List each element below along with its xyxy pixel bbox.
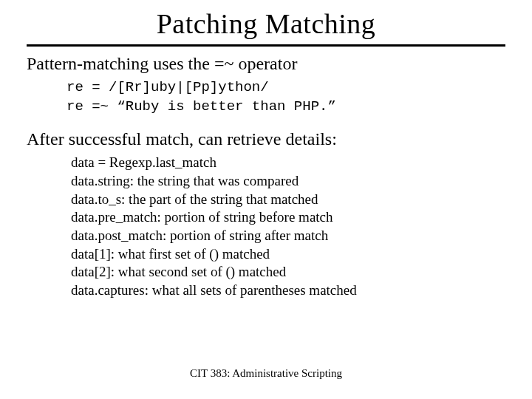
slide-title: Patching Matching (27, 7, 505, 40)
code-block: re = /[Rr]uby|[Pp]ython/ re =~ “Ruby is … (66, 78, 505, 116)
slide: Patching Matching Pattern-matching uses … (0, 0, 532, 399)
detail-item: data.to_s: the part of the string that m… (71, 191, 505, 209)
detail-list: data = Regexp.last_match data.string: th… (71, 154, 505, 300)
detail-item: data.captures: what all sets of parenthe… (71, 282, 505, 300)
code-line-2: re =~ “Ruby is better than PHP.” (66, 98, 336, 115)
detail-item: data.string: the string that was compare… (71, 172, 505, 191)
lead-text-1: Pattern-matching uses the =~ operator (27, 54, 505, 74)
detail-item: data.pre_match: portion of string before… (71, 208, 505, 227)
code-line-1: re = /[Rr]uby|[Pp]ython/ (66, 79, 269, 95)
detail-item: data[1]: what first set of () matched (71, 245, 505, 264)
title-rule (27, 44, 505, 47)
detail-item: data.post_match: portion of string after… (71, 227, 505, 245)
slide-footer: CIT 383: Administrative Scripting (0, 367, 532, 380)
detail-item: data = Regexp.last_match (71, 154, 505, 172)
detail-item: data[2]: what second set of () matched (71, 263, 505, 282)
lead-text-2: After successful match, can retrieve det… (27, 129, 505, 149)
